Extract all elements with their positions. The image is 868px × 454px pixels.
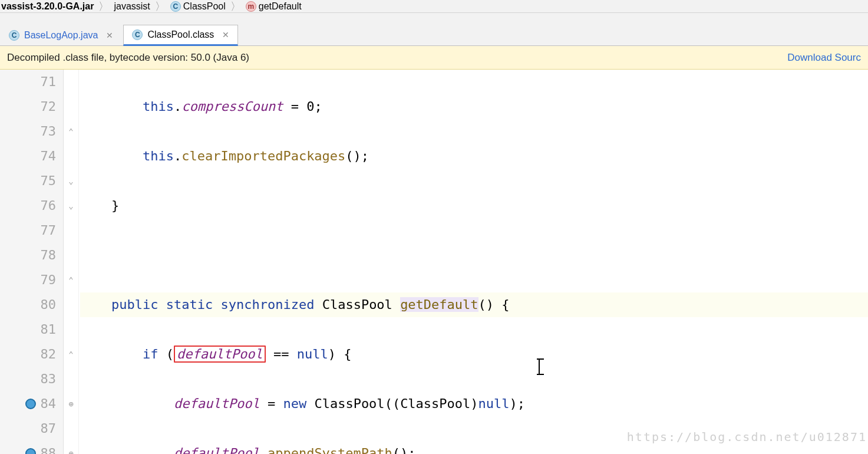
line-number: 79 <box>0 268 56 292</box>
crumb-pkg[interactable]: javassist <box>113 1 151 12</box>
code-area[interactable]: this.compressCount = 0; this.clearImport… <box>79 70 868 454</box>
decompiled-banner: Decompiled .class file, bytecode version… <box>0 46 868 70</box>
line-number: 74 <box>0 144 56 169</box>
code-line: defaultPool = new ClassPool((ClassPool)n… <box>80 392 868 416</box>
breadcrumb: vassist-3.20.0-GA.jar 〉 javassist 〉 C Cl… <box>0 0 868 13</box>
tab-label: ClassPool.class <box>147 29 214 40</box>
override-gutter-icon[interactable] <box>25 448 36 454</box>
code-line: this.compressCount = 0; <box>80 94 868 119</box>
method-icon: m <box>246 1 256 12</box>
code-line: } <box>80 193 868 218</box>
fold-handle[interactable] <box>64 94 78 119</box>
usage-highlight: defaultPool <box>174 346 266 363</box>
crumb-class[interactable]: C ClassPool <box>169 1 227 12</box>
fold-end-icon[interactable]: ⌃ <box>64 268 78 292</box>
line-number: 80 <box>0 292 56 317</box>
fold-end-icon[interactable]: ⌃ <box>64 342 78 367</box>
close-icon[interactable]: ✕ <box>106 31 113 40</box>
breadcrumb-sep-2: 〉 <box>151 0 169 14</box>
line-number: 82 <box>0 342 56 367</box>
line-number: 84 <box>0 392 56 416</box>
line-number: 87 <box>0 416 56 441</box>
tab-classpool[interactable]: C ClassPool.class ✕ <box>123 25 238 46</box>
code-line <box>80 243 868 268</box>
crumb-method-label: getDefault <box>259 1 302 12</box>
code-line: if (defaultPool == null) { <box>80 342 868 367</box>
tab-label: BaseLogAop.java <box>24 30 98 41</box>
code-line: public static synchronized ClassPool get… <box>80 292 868 317</box>
breadcrumb-sep-3: 〉 <box>227 0 245 14</box>
fold-handle[interactable] <box>64 70 78 94</box>
line-number: 71 <box>0 70 56 94</box>
banner-text: Decompiled .class file, bytecode version… <box>7 52 249 64</box>
fold-expand-icon[interactable]: ⊕ <box>64 441 78 454</box>
fold-start-icon[interactable]: ⌄ <box>64 193 78 218</box>
class-icon: C <box>9 30 19 41</box>
watermark: https://blog.csdn.net/u012871 <box>627 425 867 449</box>
line-number: 77 <box>0 218 56 243</box>
fold-start-icon[interactable]: ⌄ <box>64 169 78 193</box>
close-icon[interactable]: ✕ <box>222 30 229 40</box>
crumb-jar[interactable]: vassist-3.20.0-GA.jar <box>0 1 95 12</box>
override-gutter-icon[interactable] <box>25 399 36 409</box>
line-number: 83 <box>0 367 56 392</box>
line-number: 75 <box>0 169 56 193</box>
line-number: 72 <box>0 94 56 119</box>
fold-expand-icon[interactable]: ⊕ <box>64 392 78 416</box>
line-number: 73 <box>0 119 56 144</box>
code-line: this.clearImportedPackages(); <box>80 144 868 169</box>
class-icon: C <box>170 1 181 12</box>
fold-column: ⌃ ⌄ ⌄ ⌃ ⌃ ⊕ ⊕ <box>64 70 79 454</box>
text-cursor-icon <box>539 360 540 374</box>
breadcrumb-sep-1: 〉 <box>95 0 113 14</box>
crumb-method[interactable]: m getDefault <box>245 1 303 12</box>
tab-bar: C BaseLogAop.java ✕ C ClassPool.class ✕ <box>0 13 868 46</box>
class-icon: C <box>132 29 143 40</box>
crumb-class-label: ClassPool <box>183 1 226 12</box>
tab-baselogaop[interactable]: C BaseLogAop.java ✕ <box>0 24 122 45</box>
download-sources-link[interactable]: Download Sourc <box>787 52 861 64</box>
fold-end-icon[interactable]: ⌃ <box>64 119 78 144</box>
line-number: 76 <box>0 193 56 218</box>
line-number: 78 <box>0 243 56 268</box>
line-number: 81 <box>0 317 56 342</box>
line-number: 88 <box>0 441 56 454</box>
line-number-gutter: 71 72 73 74 75 76 77 78 79 80 81 82 83 8… <box>0 70 64 454</box>
code-editor[interactable]: 71 72 73 74 75 76 77 78 79 80 81 82 83 8… <box>0 70 868 454</box>
